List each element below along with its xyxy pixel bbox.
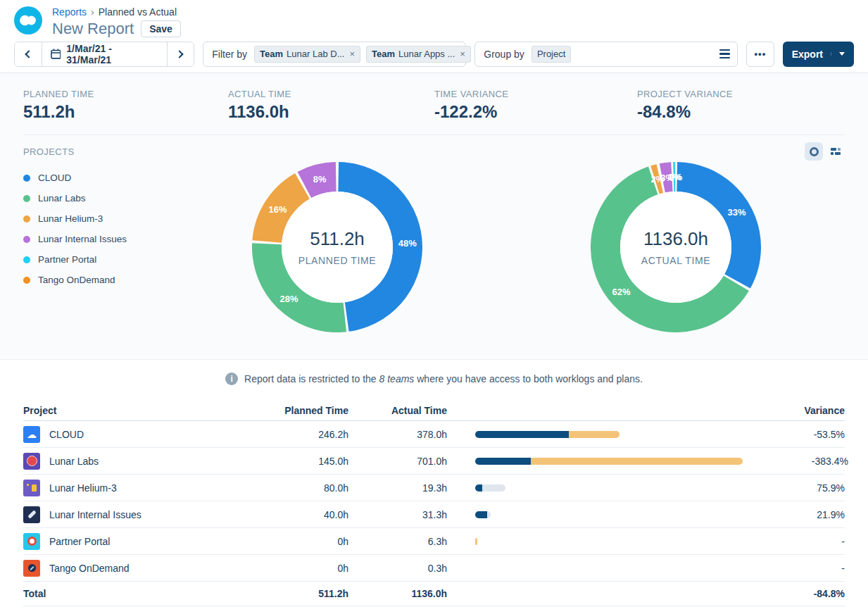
project-avatar-cloud-icon: ☁ <box>23 426 40 443</box>
table-header-row: Project Planned Time Actual Time Varianc… <box>23 401 845 421</box>
legend-dot <box>23 195 30 202</box>
planned-vs-actual-bar <box>447 453 743 470</box>
legend-label: Lunar Labs <box>38 193 86 204</box>
more-options-button[interactable]: ••• <box>746 42 774 67</box>
info-text-prefix: Report data is restricted to the <box>244 373 379 384</box>
breadcrumb: Reports › Planned vs Actual <box>52 6 181 18</box>
group-by-chip-project[interactable]: Project <box>532 46 571 63</box>
actual-value: 378.0h <box>348 424 447 444</box>
project-avatar-tango-icon <box>23 560 40 577</box>
stat-label: PROJECT VARIANCE <box>637 89 868 99</box>
table-row: Lunar Labs 145.0h 701.0h -383.4% <box>23 448 845 475</box>
breadcrumb-reports-link[interactable]: Reports <box>52 6 87 18</box>
legend-item-lunar-helium-3[interactable]: Lunar Helium-3 <box>23 208 127 229</box>
stat-value: 1136.0h <box>228 102 434 122</box>
stat-label: PLANNED TIME <box>23 89 228 99</box>
table-row: Lunar Helium-3 80.0h 19.3h 75.9% <box>23 475 845 501</box>
legend-item-cloud[interactable]: CLOUD <box>23 168 127 188</box>
project-report-table: Project Planned Time Actual Time Varianc… <box>23 401 845 606</box>
planned-vs-actual-bar <box>447 426 739 443</box>
legend-dot <box>23 256 30 263</box>
column-header-variance[interactable]: Variance <box>739 401 845 420</box>
stat-project-variance: PROJECT VARIANCE -84.8% <box>637 89 868 122</box>
tempo-logo-icon[interactable] <box>14 6 42 35</box>
filter-chip-team-2[interactable]: Team Lunar Apps ... × <box>366 46 471 63</box>
chart-view-toggles <box>805 142 845 161</box>
summary-stats: PLANNED TIME 511.2h ACTUAL TIME 1136.0h … <box>0 73 868 122</box>
filter-by-field[interactable]: Filter by Team Lunar Lab D... × Team Lun… <box>203 42 466 67</box>
column-header-actual[interactable]: Actual Time <box>348 401 447 420</box>
project-name: CLOUD <box>49 429 84 440</box>
bars-view-toggle[interactable] <box>826 142 845 161</box>
caret-down-icon <box>839 52 845 56</box>
app-header: Reports › Planned vs Actual New Report S… <box>0 0 868 41</box>
restriction-info-text: Report data is restricted to the 8 teams… <box>244 373 643 384</box>
filter-chip-team-1[interactable]: Team Lunar Lab D... × <box>254 46 360 63</box>
legend-item-lunar-internal-issues[interactable]: Lunar Internal Issues <box>23 229 127 249</box>
project-name: Lunar Helium-3 <box>49 482 117 494</box>
project-avatar-lunar-internal-icon <box>23 506 40 523</box>
export-dropdown-toggle[interactable] <box>831 52 845 56</box>
donut-view-toggle[interactable] <box>805 142 823 161</box>
info-icon: i <box>225 373 238 385</box>
planned-vs-actual-bar <box>447 560 739 577</box>
save-button[interactable]: Save <box>141 20 181 37</box>
remove-filter-icon[interactable]: × <box>349 49 355 59</box>
filter-chip-name: Lunar Lab D... <box>287 49 344 59</box>
legend-label: CLOUD <box>38 173 71 183</box>
variance-value: -53.5% <box>739 424 845 444</box>
stat-label: TIME VARIANCE <box>434 89 637 99</box>
project-avatar-lunar-labs-icon <box>23 453 40 470</box>
group-by-field[interactable]: Group by Project <box>474 42 738 67</box>
column-header-planned[interactable]: Planned Time <box>256 401 348 420</box>
projects-legend: PROJECTS CLOUD Lunar Labs Lunar Helium-3… <box>23 146 127 290</box>
actual-value: 701.0h <box>348 451 447 471</box>
legend-dot <box>23 215 30 223</box>
page-title: New Report <box>52 20 134 38</box>
planned-time-donut-chart[interactable]: 511.2h PLANNED TIME 48%28%16%8% <box>252 162 422 332</box>
table-row: ☁CLOUD 246.2h 378.0h -53.5% <box>23 421 845 448</box>
actual-time-donut-chart[interactable]: 1136.0h ACTUAL TIME 33%62%2%3%1%0% <box>591 162 761 332</box>
table-row: Tango OnDemand 0h 0.3h - <box>23 555 845 582</box>
bar-rows-icon <box>831 148 841 155</box>
planned-value: 80.0h <box>256 477 348 498</box>
filter-chip-name: Lunar Apps ... <box>398 49 455 59</box>
table-row: Partner Portal 0h 6.3h - <box>23 528 845 555</box>
date-next-button[interactable] <box>168 42 194 66</box>
planned-vs-actual-bar <box>447 506 739 523</box>
remove-filter-icon[interactable]: × <box>460 49 465 59</box>
project-name: Tango OnDemand <box>49 563 130 574</box>
date-range-button[interactable]: 1/Mar/21 - 31/Mar/21 <box>42 42 168 66</box>
planned-value: 145.0h <box>256 451 348 471</box>
variance-value: 75.9% <box>739 477 845 498</box>
project-name: Lunar Internal Issues <box>49 509 141 520</box>
variance-value: - <box>739 558 845 578</box>
legend-item-lunar-labs[interactable]: Lunar Labs <box>23 188 127 208</box>
legend-label: Lunar Helium-3 <box>38 213 103 224</box>
stat-value: 511.2h <box>23 102 228 122</box>
legend-item-tango-ondemand[interactable]: Tango OnDemand <box>23 270 127 290</box>
project-name: Lunar Labs <box>49 456 99 467</box>
date-prev-button[interactable] <box>15 42 42 66</box>
variance-value: - <box>739 531 845 551</box>
planned-vs-actual-bar <box>447 533 739 550</box>
info-text-teams: 8 teams <box>379 373 415 384</box>
column-header-project[interactable]: Project <box>23 401 256 420</box>
legend-label: Tango OnDemand <box>38 275 115 285</box>
date-range-label: 1/Mar/21 - 31/Mar/21 <box>66 43 158 65</box>
actual-value: 6.3h <box>348 531 447 551</box>
total-label: Total <box>23 582 256 606</box>
variance-value: 21.9% <box>739 504 845 525</box>
group-by-menu-icon[interactable] <box>719 49 730 58</box>
legend-item-partner-portal[interactable]: Partner Portal <box>23 249 127 270</box>
table-total-row: Total 511.2h 1136.0h -84.8% <box>23 582 845 606</box>
breadcrumb-current: Planned vs Actual <box>99 6 177 18</box>
stat-time-variance: TIME VARIANCE -122.2% <box>434 89 637 122</box>
export-button[interactable]: Export <box>783 42 854 67</box>
filter-by-label: Filter by <box>210 49 249 60</box>
planned-value: 246.2h <box>256 424 348 444</box>
restriction-info-bar: i Report data is restricted to the 8 tea… <box>0 360 868 396</box>
calendar-icon <box>51 49 61 59</box>
planned-value: 40.0h <box>256 504 348 525</box>
stat-value: -122.2% <box>434 102 637 122</box>
